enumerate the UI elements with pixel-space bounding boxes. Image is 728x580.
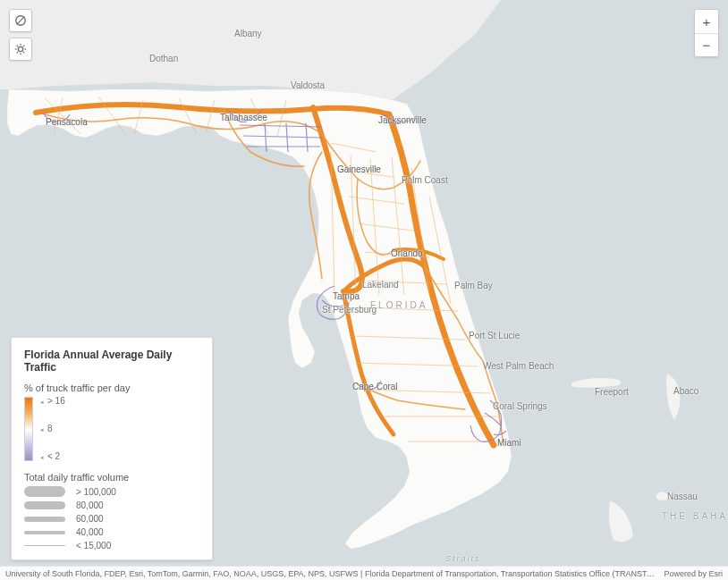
map-tools: [9, 9, 32, 61]
size-symbol: [24, 517, 65, 522]
size-legend-row: 40,000: [24, 527, 199, 537]
zoom-out-button[interactable]: −: [695, 33, 718, 56]
color-ramp: [24, 397, 33, 461]
size-legend-row: 60,000: [24, 514, 199, 524]
color-ramp-labels: ◂> 16 ◂8 ◂< 2: [38, 397, 65, 461]
basemap-selector-button[interactable]: [9, 9, 32, 32]
island-andros: [609, 500, 633, 542]
globe-crossed-icon: [14, 14, 27, 27]
zoom-in-button[interactable]: +: [695, 10, 718, 33]
legend-color-subtitle: % of truck traffic per day: [24, 382, 199, 393]
size-symbol: [24, 486, 65, 497]
size-symbol: [24, 531, 65, 534]
size-label: > 100,000: [76, 487, 116, 497]
svg-line-7: [17, 46, 18, 46]
size-legend-row: 80,000: [24, 500, 199, 510]
svg-line-1: [17, 17, 25, 25]
legend-panel: Florida Annual Average Daily Traffic % o…: [11, 337, 213, 560]
legend-title: Florida Annual Average Daily Traffic: [24, 349, 199, 374]
island-new-providence: [656, 492, 670, 500]
attribution-bar: University of South Florida, FDEP, Esri,…: [0, 566, 728, 580]
size-legend-row: > 100,000: [24, 486, 199, 497]
size-label: 80,000: [76, 500, 104, 510]
sun-icon: [14, 43, 27, 55]
size-symbol: [24, 501, 65, 509]
legend-size-subtitle: Total daily traffic volume: [24, 472, 199, 483]
zoom-controls: + −: [694, 9, 719, 57]
island-grand-bahama: [571, 378, 621, 388]
attribution-esri-link[interactable]: Powered by Esri: [656, 569, 723, 578]
island-abaco: [666, 374, 680, 420]
size-legend-row: < 15,000: [24, 541, 199, 551]
svg-line-9: [17, 52, 18, 53]
size-legend-rows: > 100,00080,00060,00040,000< 15,000: [24, 486, 199, 551]
daylight-button[interactable]: [9, 38, 32, 61]
size-label: 40,000: [76, 527, 104, 537]
svg-line-10: [23, 46, 24, 46]
size-label: 60,000: [76, 514, 104, 524]
svg-point-2: [18, 46, 22, 51]
svg-line-8: [23, 52, 24, 53]
attribution-sources: University of South Florida, FDEP, Esri,…: [5, 569, 656, 578]
size-symbol: [24, 545, 65, 546]
size-label: < 15,000: [76, 541, 111, 551]
land-georgia-alabama: [0, 0, 501, 100]
